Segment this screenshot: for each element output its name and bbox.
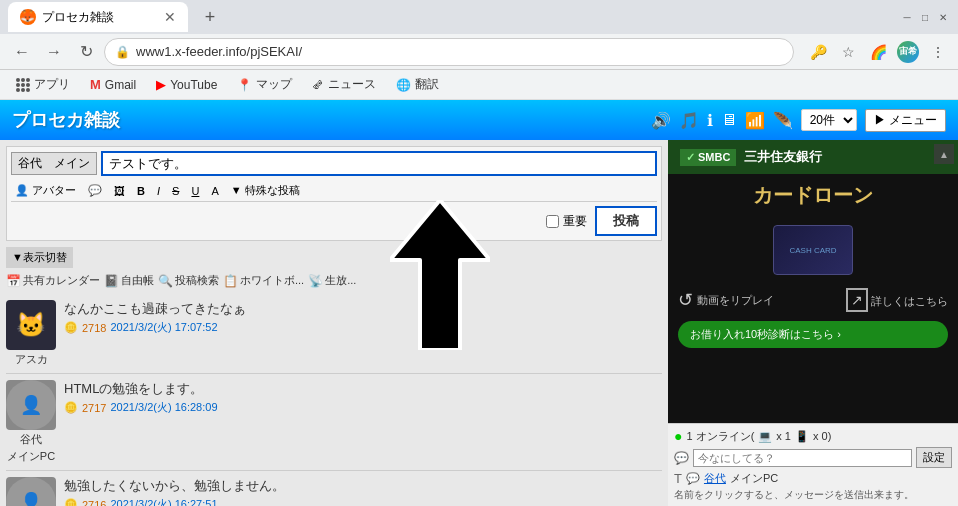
- count-select[interactable]: 20件 30件 50件: [801, 109, 857, 131]
- forward-button[interactable]: →: [40, 38, 68, 66]
- maps-label: マップ: [256, 76, 292, 93]
- whiteboard-nav[interactable]: 📋 ホワイトボ...: [223, 273, 304, 288]
- search-nav[interactable]: 🔍 投稿検索: [158, 273, 219, 288]
- bookmark-news[interactable]: 🗞 ニュース: [304, 74, 384, 95]
- menu-icon[interactable]: ⋮: [926, 40, 950, 64]
- settings-button[interactable]: 設定: [916, 447, 952, 468]
- post-row1: 谷代 メイン: [11, 151, 657, 176]
- msg-date: 2021/3/2(火) 16:28:09: [110, 400, 217, 415]
- post-footer: 重要 投稿: [11, 206, 657, 236]
- msg-text: なんかここも過疎ってきたなぁ: [64, 300, 662, 318]
- detail-label: 詳しくはこちら: [871, 295, 948, 307]
- apps-button[interactable]: アプリ: [8, 74, 78, 95]
- post-box: 谷代 メイン 👤 アバター 💬 🖼 B I S U A ▼ 特殊な投稿 重要 投…: [6, 146, 662, 241]
- minimize-button[interactable]: ─: [900, 10, 914, 24]
- msg-content: HTMLの勉強をします。 🪙 2717 2021/3/2(火) 16:28:09: [64, 380, 662, 415]
- status-input[interactable]: [693, 449, 912, 467]
- italic-button[interactable]: I: [153, 184, 164, 198]
- bookmark-maps[interactable]: 📍 マップ: [229, 74, 300, 95]
- replay-button[interactable]: ↺ 動画をリプレイ: [678, 289, 774, 311]
- refresh-button[interactable]: ↻: [72, 38, 100, 66]
- new-tab-button[interactable]: +: [196, 3, 224, 31]
- phone-count: x 0): [813, 430, 831, 442]
- right-panel: ▲ ✓ SMBC 三井住友銀行 カードローン CASH CARD ↺ 動画をリプ…: [668, 140, 958, 506]
- coin-icon: 🪙: [64, 401, 78, 414]
- pc-count: x 1: [776, 430, 791, 442]
- special-post-button[interactable]: ▼ 特殊な投稿: [227, 182, 304, 199]
- avatar-gray2-image: 👤: [6, 477, 56, 506]
- smbc-logo: ✓ SMBC: [680, 149, 736, 166]
- strike-button[interactable]: S: [168, 184, 183, 198]
- info-icon[interactable]: ℹ: [707, 111, 713, 130]
- browser-tab[interactable]: 🦊 プロセカ雑談 ✕: [8, 2, 188, 32]
- back-button[interactable]: ←: [8, 38, 36, 66]
- avatar-button[interactable]: 👤 アバター: [11, 182, 80, 199]
- feather-icon[interactable]: 🪶: [773, 111, 793, 130]
- messages-list: 🐱 アスカ なんかここも過疎ってきたなぁ 🪙 2718 2021/3/2(火) …: [0, 294, 668, 506]
- msg-num: 2717: [82, 402, 106, 414]
- tab-close-button[interactable]: ✕: [164, 9, 176, 25]
- underline-button[interactable]: U: [187, 184, 203, 198]
- key-icon[interactable]: 🔑: [806, 40, 830, 64]
- gmail-icon: M: [90, 77, 101, 92]
- calendar-label: 共有カレンダー: [23, 273, 100, 288]
- loan-cta-button[interactable]: お借り入れ10秒診断はこちら ›: [678, 321, 948, 348]
- msg-meta: 🪙 2717 2021/3/2(火) 16:28:09: [64, 400, 662, 415]
- online-dot: ●: [674, 428, 682, 444]
- left-panel: 谷代 メイン 👤 アバター 💬 🖼 B I S U A ▼ 特殊な投稿 重要 投…: [0, 140, 668, 506]
- apps-label: アプリ: [34, 76, 70, 93]
- bookmarks-bar: アプリ M Gmail ▶ YouTube 📍 マップ 🗞 ニュース 🌐 翻訳: [0, 70, 958, 100]
- avatar: 👤: [6, 477, 56, 506]
- menu-button[interactable]: ▶ メニュー: [865, 109, 946, 132]
- important-label: 重要: [563, 213, 587, 230]
- maximize-button[interactable]: □: [918, 10, 932, 24]
- bookmark-gmail[interactable]: M Gmail: [82, 75, 144, 94]
- display-toggle[interactable]: ▼表示切替: [6, 247, 73, 268]
- gmail-label: Gmail: [105, 78, 136, 92]
- star-icon[interactable]: ☆: [836, 40, 860, 64]
- coin-icon: 🪙: [64, 498, 78, 506]
- extensions-icon[interactable]: 🌈: [866, 40, 890, 64]
- message-item: 👤 谷代 メインPC HTMLの勉強をします。 🪙 2717 2021/3/2(…: [6, 374, 662, 471]
- card-image-area: CASH CARD: [668, 217, 958, 283]
- address-text: www1.x-feeder.info/pjSEKAI/: [136, 44, 783, 59]
- signal-icon[interactable]: 📶: [745, 111, 765, 130]
- sound-icon[interactable]: 🔊: [651, 111, 671, 130]
- submit-button[interactable]: 投稿: [595, 206, 657, 236]
- live-nav[interactable]: 📡 生放...: [308, 273, 356, 288]
- youtube-icon: ▶: [156, 77, 166, 92]
- status-input-row: 💬 設定: [674, 447, 952, 468]
- chat-bubble-icon: 💬: [674, 451, 689, 465]
- close-window-button[interactable]: ✕: [936, 10, 950, 24]
- toggle-label: ▼表示切替: [12, 250, 67, 265]
- note-icon[interactable]: 🎵: [679, 111, 699, 130]
- ad-footer-buttons: ↺ 動画をリプレイ ↗ 詳しくはこちら: [668, 283, 958, 317]
- maps-icon: 📍: [237, 78, 252, 92]
- address-bar[interactable]: 🔒 www1.x-feeder.info/pjSEKAI/: [104, 38, 794, 66]
- monitor-icon[interactable]: 🖥: [721, 111, 737, 129]
- notebook-label: 自由帳: [121, 273, 154, 288]
- username-label: アスカ: [15, 352, 48, 367]
- ad-area: ▲ ✓ SMBC 三井住友銀行 カードローン CASH CARD ↺ 動画をリプ…: [668, 140, 958, 423]
- live-label: 生放...: [325, 273, 356, 288]
- profile-icon[interactable]: 宙希: [896, 40, 920, 64]
- username-display[interactable]: 谷代: [704, 471, 726, 486]
- notebook-nav[interactable]: 📓 自由帳: [104, 273, 154, 288]
- detail-button[interactable]: ↗ 詳しくはこちら: [846, 292, 948, 309]
- post-input[interactable]: [101, 151, 657, 176]
- smbc-name: 三井住友銀行: [744, 148, 822, 166]
- emoji-button[interactable]: 💬: [84, 183, 106, 198]
- bookmark-translate[interactable]: 🌐 翻訳: [388, 74, 447, 95]
- message-item: 🐱 アスカ なんかここも過疎ってきたなぁ 🪙 2718 2021/3/2(火) …: [6, 294, 662, 374]
- calendar-nav[interactable]: 📅 共有カレンダー: [6, 273, 100, 288]
- user-tag: 谷代 メイン: [11, 152, 97, 175]
- important-checkbox[interactable]: [546, 215, 559, 228]
- bold-button[interactable]: B: [133, 184, 149, 198]
- lock-icon: 🔒: [115, 45, 130, 59]
- translate-icon: 🌐: [396, 78, 411, 92]
- color-button[interactable]: A: [207, 184, 222, 198]
- collapse-button[interactable]: ▲: [934, 144, 954, 164]
- msg-meta: 🪙 2718 2021/3/2(火) 17:07:52: [64, 320, 662, 335]
- bookmark-youtube[interactable]: ▶ YouTube: [148, 75, 225, 94]
- image-button[interactable]: 🖼: [110, 184, 129, 198]
